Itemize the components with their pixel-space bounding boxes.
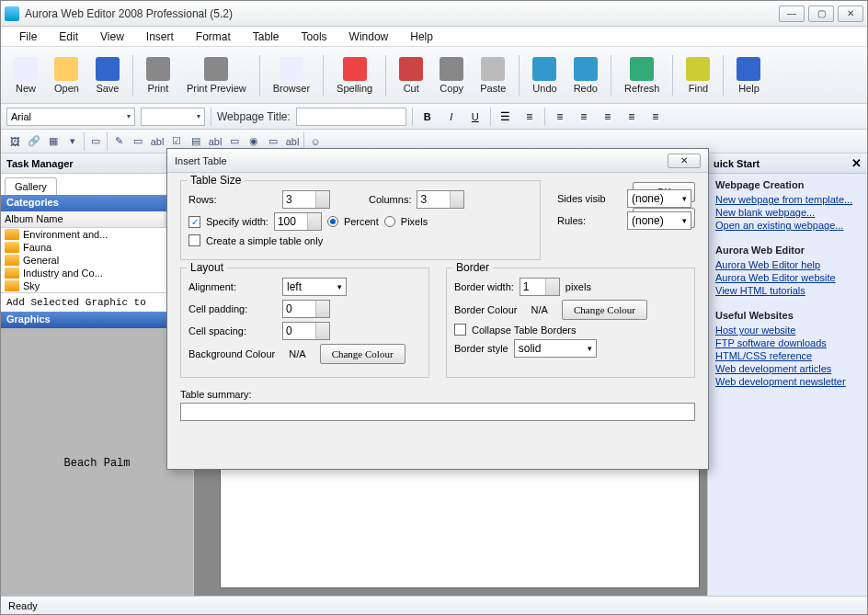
bullets-button[interactable]: ☰	[497, 108, 515, 126]
menu-edit[interactable]: Edit	[48, 28, 89, 45]
menu-view[interactable]: View	[89, 28, 135, 45]
redo-button[interactable]: Redo	[566, 55, 605, 96]
undo-button[interactable]: Undo	[525, 55, 564, 96]
menu-table[interactable]: Table	[242, 28, 291, 45]
folder-icon	[5, 229, 19, 240]
align-right-button[interactable]: ≡	[599, 108, 617, 126]
menu-window[interactable]: Window	[338, 28, 400, 45]
italic-button[interactable]: I	[442, 108, 461, 126]
list-item[interactable]: Sky	[1, 279, 193, 292]
sides-select[interactable]: (none)	[627, 189, 691, 208]
list-item[interactable]: Fauna	[1, 241, 193, 254]
menu-tools[interactable]: Tools	[291, 28, 338, 45]
quick-link[interactable]: HTML/CSS reference	[715, 349, 860, 362]
add-graphic-button[interactable]: Add Selected Graphic to	[1, 292, 193, 312]
copy-button[interactable]: Copy	[432, 55, 471, 96]
cut-button[interactable]: Cut	[392, 55, 430, 96]
edit-icon[interactable]: ✎	[110, 133, 127, 150]
textbox-icon[interactable]: ▭	[130, 133, 146, 150]
list-item[interactable]: Industry and Co...	[1, 267, 193, 279]
maximize-button[interactable]: ▢	[808, 6, 834, 22]
alignment-select[interactable]: left	[282, 278, 347, 296]
font-combo[interactable]: Arial	[6, 108, 135, 126]
indent-button[interactable]: ≡	[646, 108, 665, 126]
outdent-button[interactable]: ≡	[622, 108, 641, 126]
menu-insert[interactable]: Insert	[135, 28, 185, 45]
padding-input[interactable]: 0	[282, 300, 330, 318]
open-button[interactable]: Open	[47, 55, 86, 96]
paste-button[interactable]: Paste	[473, 55, 513, 96]
close-icon[interactable]: ✕	[851, 156, 862, 170]
border-style-select[interactable]: solid	[514, 339, 597, 358]
insert-image-icon[interactable]: 🖼	[6, 133, 23, 150]
insert-link-icon[interactable]: 🔗	[26, 133, 42, 150]
border-change-button[interactable]: Change Colour	[562, 300, 647, 320]
quick-link[interactable]: FTP software downloads	[715, 336, 860, 349]
label-icon[interactable]: abl	[149, 133, 166, 150]
underline-button[interactable]: U	[466, 108, 485, 126]
summary-input[interactable]	[180, 403, 695, 421]
col-album[interactable]: Album Name	[1, 211, 166, 227]
specify-width-checkbox[interactable]: ✓	[188, 216, 200, 228]
border-width-input[interactable]: 1	[520, 278, 560, 296]
quick-link[interactable]: Web development newsletter	[715, 375, 860, 388]
list-item[interactable]: General	[1, 254, 193, 267]
pixels-radio[interactable]	[384, 216, 395, 227]
insert-table-icon[interactable]: ▦	[45, 133, 62, 150]
percent-radio[interactable]	[327, 216, 338, 227]
find-button[interactable]: Find	[679, 55, 717, 96]
width-input[interactable]: 100	[274, 212, 322, 231]
numbering-button[interactable]: ≡	[520, 108, 539, 126]
quick-link[interactable]: View HTML tutorials	[715, 284, 860, 297]
quick-link[interactable]: Open an existing webpage...	[715, 219, 860, 232]
bg-change-button[interactable]: Change Colour	[320, 344, 405, 364]
new-button[interactable]: New	[6, 55, 45, 96]
print-preview-button[interactable]: Print Preview	[179, 55, 254, 96]
columns-input[interactable]: 3	[417, 190, 464, 209]
spelling-button[interactable]: Spelling	[329, 55, 380, 96]
button-icon[interactable]: ▭	[226, 133, 243, 150]
input-icon[interactable]: abl	[284, 133, 301, 150]
close-button[interactable]: ✕	[838, 6, 863, 22]
rows-input[interactable]: 3	[282, 190, 330, 209]
refresh-button[interactable]: Refresh	[617, 55, 668, 96]
bold-button[interactable]: B	[418, 108, 437, 126]
menu-format[interactable]: Format	[185, 28, 242, 45]
save-button[interactable]: Save	[88, 55, 127, 96]
quick-link[interactable]: New webpage from template...	[715, 193, 860, 206]
menu-help[interactable]: Help	[399, 28, 444, 45]
pagetitle-input[interactable]	[296, 108, 406, 126]
simple-table-checkbox[interactable]	[188, 234, 200, 246]
list-item[interactable]: Environment and...	[1, 228, 193, 241]
field-icon[interactable]: abl	[207, 133, 223, 150]
align-left-button[interactable]: ≡	[551, 108, 569, 126]
menu-file[interactable]: File	[8, 28, 48, 45]
form-icon[interactable]: ▭	[87, 133, 104, 150]
quick-link[interactable]: Aurora Web Editor website	[715, 271, 860, 284]
checkbox-icon[interactable]: ☑	[168, 133, 185, 150]
quick-link[interactable]: New blank webpage...	[715, 206, 860, 219]
minimize-button[interactable]: —	[779, 6, 805, 22]
paste-icon	[481, 57, 505, 81]
open-icon	[54, 57, 78, 81]
dialog-close-button[interactable]: ✕	[668, 154, 701, 168]
quick-link[interactable]: Host your website	[715, 324, 860, 336]
help-button[interactable]: Help	[729, 55, 768, 96]
browser-button[interactable]: Browser	[266, 55, 317, 96]
dialog-body: OK Cancel Table Size Rows: 3 Columns: 3 …	[167, 173, 708, 469]
print-button[interactable]: Print	[139, 55, 177, 96]
quick-link[interactable]: Web development articles	[715, 362, 860, 375]
collapse-checkbox[interactable]	[454, 324, 466, 336]
radio-icon[interactable]: ◉	[246, 133, 262, 150]
group-title: Aurora Web Editor	[715, 245, 860, 256]
spacing-input[interactable]: 0	[282, 322, 330, 340]
emoji-icon[interactable]: ☺	[307, 133, 324, 150]
select-icon[interactable]: ▭	[265, 133, 281, 150]
gallery-tab[interactable]: Gallery	[5, 177, 57, 195]
quick-link[interactable]: Aurora Web Editor help	[715, 258, 860, 271]
size-combo[interactable]	[141, 108, 205, 126]
dropdown-icon[interactable]: ▾	[64, 133, 81, 150]
rules-select[interactable]: (none)	[627, 211, 691, 230]
align-center-button[interactable]: ≡	[575, 108, 593, 126]
listbox-icon[interactable]: ▤	[188, 133, 204, 150]
